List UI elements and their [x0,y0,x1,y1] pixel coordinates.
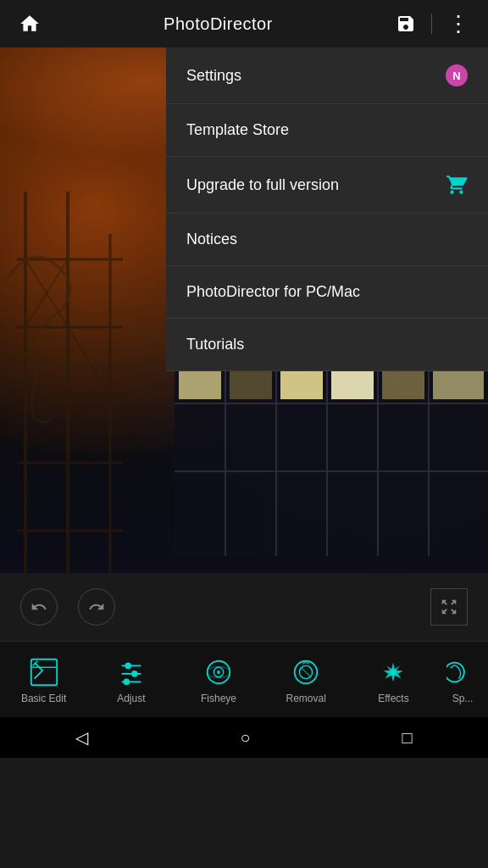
fisheye-label: Fisheye [201,693,236,704]
menu-item-tutorials[interactable]: Tutorials [166,319,488,371]
header: PhotoDirector ⋮ [0,0,488,47]
save-icon[interactable] [391,8,421,39]
svg-point-58 [131,670,138,677]
redo-button[interactable] [78,588,115,626]
splash-label: Sp... [452,693,474,704]
bottom-toolbar: Basic Edit Adjust Fisheye [0,641,488,717]
nav-home-button[interactable]: ○ [219,721,270,754]
navigation-bar: ◁ ○ □ [0,717,488,758]
toolbar-item-adjust[interactable]: Adjust [87,642,175,717]
effects-label: Effects [378,693,408,704]
expand-button[interactable] [430,588,468,626]
svg-point-68 [391,669,397,676]
toolbar-item-fisheye[interactable]: Fisheye [175,642,262,717]
menu-item-notices[interactable]: Notices [166,214,488,266]
toolbar-item-basic-edit[interactable]: Basic Edit [0,642,87,717]
removal-icon [289,655,323,689]
app-title: PhotoDirector [164,14,273,34]
toolbar-item-removal[interactable]: Removal [263,642,350,717]
menu-item-pc-mac[interactable]: PhotoDirector for PC/Mac [166,266,488,319]
header-actions: ⋮ [391,6,474,42]
splash-icon [446,655,480,689]
menu-item-settings[interactable]: Settings N [166,47,488,104]
svg-line-10 [68,327,110,395]
menu-item-template-store[interactable]: Template Store [166,104,488,157]
menu-item-upgrade[interactable]: Upgrade to full version [166,157,488,214]
scaffold-element [0,192,152,573]
header-divider [431,14,432,34]
adjust-label: Adjust [117,693,145,704]
svg-point-56 [125,662,131,669]
toolbar-item-splash[interactable]: Sp... [437,642,488,717]
svg-point-60 [123,678,130,685]
settings-badge: N [446,64,468,86]
cart-icon [446,174,468,196]
undo-button[interactable] [20,588,58,626]
adjust-icon [114,655,148,689]
more-icon[interactable]: ⋮ [442,6,474,42]
nav-back-button[interactable]: ◁ [55,721,108,754]
dropdown-menu: Settings N Template Store Upgrade to ful… [166,47,488,371]
svg-line-67 [302,667,311,676]
nav-recent-button[interactable]: □ [381,721,432,754]
controls-row [0,573,488,641]
svg-point-63 [217,670,220,674]
basic-edit-icon [27,655,61,689]
undo-redo-group [20,588,115,626]
toolbar-item-effects[interactable]: Effects [350,642,437,717]
effects-icon [376,655,410,689]
fisheye-icon [202,655,236,689]
basic-edit-label: Basic Edit [21,693,66,704]
photo-canvas: Settings N Template Store Upgrade to ful… [0,47,488,573]
home-icon[interactable] [14,8,46,40]
removal-label: Removal [286,693,326,704]
